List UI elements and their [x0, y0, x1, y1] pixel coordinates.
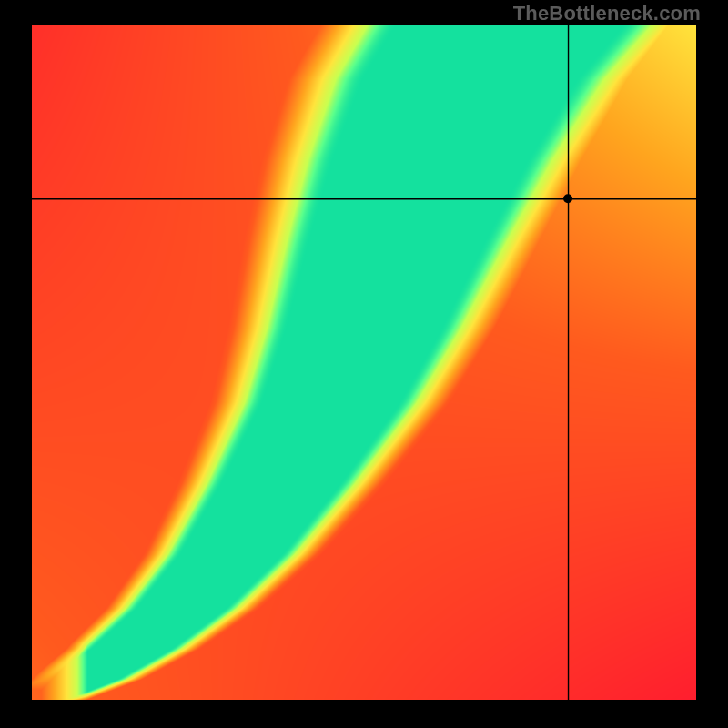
watermark-text: TheBottleneck.com [513, 2, 701, 25]
plot-area [32, 25, 696, 700]
chart-container: TheBottleneck.com [0, 0, 728, 728]
crosshair-overlay [32, 25, 696, 700]
